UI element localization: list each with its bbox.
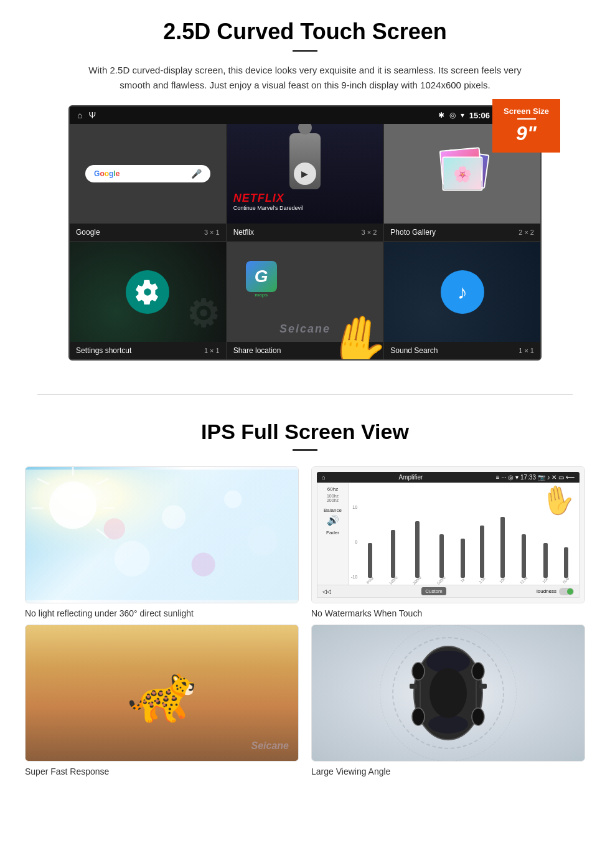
balance-label: Balance [321,507,345,513]
sound-search-label: Sound Search 1 × 1 [384,342,540,359]
section1-title: 2.5D Curved Touch Screen [37,19,573,45]
google-search-box[interactable]: Google 🎤 [85,165,210,182]
eq-bar-4[interactable]: 500hz [436,496,446,583]
seicane-watermark-cheetah: Seicane [251,740,289,752]
device-screen: ⌂ Ψ ✱ ◎ ▾ 15:06 ⊡ ♪ ✕ ▭ [68,105,542,361]
amp-home-icon: ⌂ [322,474,326,481]
svg-point-17 [429,668,467,718]
pointing-hand: 🤚 [323,312,393,361]
settings-label: Settings shortcut 1 × 1 [70,342,226,359]
netflix-name: Netflix [233,228,254,237]
play-button[interactable]: ▶ [294,163,316,185]
section-ips: IPS Full Screen View [0,413,610,795]
badge-label: Screen Size [504,106,549,116]
svg-rect-19 [479,684,487,689]
status-left: ⌂ Ψ [77,110,96,120]
bluetooth-icon: ✱ [438,111,444,120]
section-curved-screen: 2.5D Curved Touch Screen With 2.5D curve… [0,0,610,375]
badge-divider [517,118,536,120]
svg-point-23 [472,663,484,680]
gallery-label: Photo Gallery 2 × 2 [384,224,540,241]
bg-watermark: ⚙ [186,292,220,336]
app-cell-maps[interactable]: G maps 🤚 Share location 1 × 1 [227,242,383,359]
sunlight-image [25,466,299,603]
sound-search-size: 1 × 1 [518,347,534,354]
settings-icon-circle [126,270,169,314]
car-card: Large Viewing Angle [311,625,585,776]
usb-icon: Ψ [88,110,96,120]
sunlight-card: No light reflecting under 360° direct su… [25,466,299,618]
section1-description: With 2.5D curved-display screen, this de… [87,63,523,93]
amp-caption: No Watermarks When Touch [311,608,585,618]
svg-point-12 [192,553,215,577]
gallery-stack: 🌸 [438,149,487,199]
cheetah-card: 🐆 Seicane Super Fast Response [25,625,299,776]
netflix-subtitle: Continue Marvel's Daredevil [233,205,303,211]
app-cell-google[interactable]: Google 🎤 Google 3 × 1 [70,124,226,241]
section2-title: IPS Full Screen View [25,420,585,444]
app-cell-settings[interactable]: ⚙ Settings shortcut 1 × 1 [70,242,226,359]
screen-mockup: Screen Size 9" ⌂ Ψ ✱ ◎ ▾ 15:06 ⊡ [68,105,542,361]
section-divider [37,394,573,395]
gear-icon [135,280,160,304]
amp-header: ⌂ Amplifier ≡ ··· ◎ ▾ 17:33 📷 ♪ ✕ ▭ ⟵ [317,472,580,483]
settings-name: Settings shortcut [76,346,131,355]
flower-photo: 🌸 [442,157,482,191]
google-logo: Google [94,169,120,178]
eq-bar-5[interactable]: 1k [461,496,465,583]
svg-rect-18 [410,684,417,689]
svg-point-10 [248,526,278,556]
amp-title: Amplifier [398,474,423,481]
status-bar: ⌂ Ψ ✱ ◎ ▾ 15:06 ⊡ ♪ ✕ ▭ [70,106,540,124]
app-cell-sound-search[interactable]: ♪ Sound Search 1 × 1 [384,242,540,359]
app-grid: Google 🎤 Google 3 × 1 [70,124,540,359]
image-grid-top: No light reflecting under 360° direct su… [25,466,585,618]
netflix-size: 3 × 2 [362,229,377,236]
cheetah-image: 🐆 Seicane [25,625,299,762]
eq-bar-7[interactable]: 10k [499,496,505,583]
eq-bar-2[interactable]: 100hz [388,496,398,583]
sky-svg [26,467,298,603]
amp-icons: ≡ ··· ◎ ▾ 17:33 📷 ♪ ✕ ▭ ⟵ [496,474,575,481]
section2-divider [293,449,317,451]
loudness-label: loudness [537,588,556,594]
eq-bar-8[interactable]: 12.5k [519,496,528,583]
app-cell-netflix[interactable]: ▶ NETFLIX Continue Marvel's Daredevil Ne… [227,124,383,241]
svg-point-25 [472,708,484,725]
badge-size: 9" [516,122,537,144]
google-size: 3 × 1 [204,229,220,236]
svg-point-9 [224,491,242,509]
cheetah-emoji: 🐆 [127,661,197,726]
car-image [311,625,585,762]
eq-bar-6[interactable]: 2.5k [479,496,486,583]
amplifier-image: ⌂ Amplifier ≡ ··· ◎ ▾ 17:33 📷 ♪ ✕ ▭ ⟵ 60… [311,466,585,603]
svg-point-11 [115,541,150,577]
svg-point-13 [104,518,125,539]
car-caption: Large Viewing Angle [311,767,585,776]
screen-size-badge: Screen Size 9" [492,99,560,153]
title-divider [293,50,317,52]
netflix-logo: NETFLIX [233,192,303,205]
maps-icon: G maps [246,261,277,298]
amplifier-card: ⌂ Amplifier ≡ ··· ◎ ▾ 17:33 📷 ♪ ✕ ▭ ⟵ 60… [311,466,585,618]
amp-custom-button[interactable]: Custom [421,587,446,595]
fader-label: Fader [321,530,345,535]
amp-loudness-toggle[interactable]: loudness [537,588,574,595]
eq-bar-1[interactable]: 60hz [366,496,374,583]
sound-search-name: Sound Search [390,346,438,355]
amp-touch-hand: ✋ [538,483,578,519]
eq-bar-3[interactable]: 200hz [412,496,422,583]
svg-point-1 [49,481,96,529]
amp-footer: ◁◁ Custom loudness [317,585,580,598]
netflix-overlay: NETFLIX Continue Marvel's Daredevil [233,192,303,211]
wifi-icon: ▾ [461,111,464,120]
google-mic-icon: 🎤 [191,169,202,179]
amp-back-icon[interactable]: ◁◁ [322,588,331,595]
settings-size: 1 × 1 [204,347,220,354]
image-grid-bottom: 🐆 Seicane Super Fast Response [25,625,585,776]
svg-point-8 [162,505,185,529]
home-icon[interactable]: ⌂ [77,110,82,120]
svg-point-22 [412,663,425,680]
cheetah-caption: Super Fast Response [25,767,299,776]
maps-name: Share location [233,346,281,355]
